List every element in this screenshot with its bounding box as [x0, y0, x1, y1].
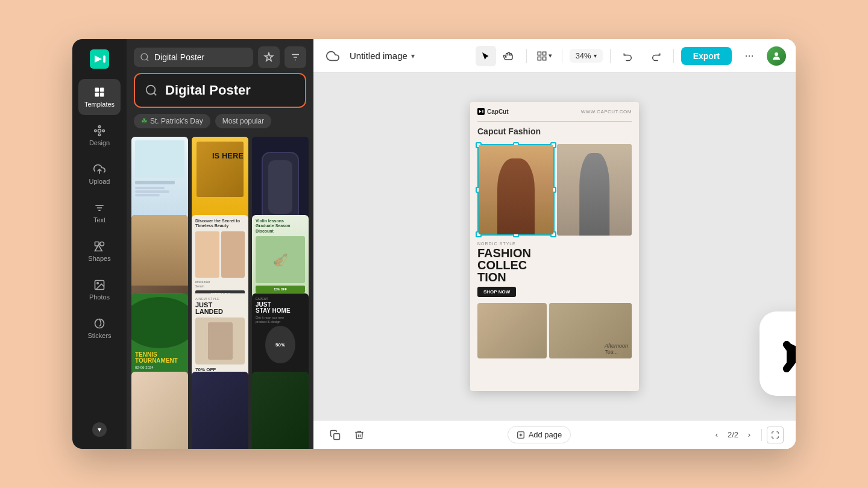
sidebar-item-shapes[interactable]: Shapes — [78, 233, 121, 269]
undo-icon — [623, 51, 634, 61]
svg-point-6 — [98, 130, 101, 133]
canvas-content: CapCut WWW.CAPCUT.COM Capcut Fashion — [470, 102, 639, 391]
export-button[interactable]: Export — [681, 47, 732, 65]
sidebar-item-templates[interactable]: Templates — [78, 79, 121, 115]
sidebar-item-text[interactable]: Text — [78, 195, 121, 231]
highlighted-search-text: Digital Poster — [165, 83, 251, 98]
sidebar-item-stickers-label: Stickers — [87, 332, 111, 339]
fullscreen-icon — [771, 431, 779, 439]
shapes-icon — [93, 240, 105, 252]
redo-btn[interactable] — [646, 46, 666, 66]
editor: Untitled image ▾ — [313, 39, 796, 449]
canvas-images-row — [470, 142, 639, 238]
duplicate-page-btn[interactable] — [326, 425, 345, 445]
app-logo[interactable] — [87, 46, 112, 72]
magic-search-btn[interactable] — [258, 46, 280, 68]
tool-group-select — [476, 46, 519, 66]
zoom-dropdown-icon: ▾ — [594, 52, 597, 59]
sidebar-collapse-btn[interactable]: ▾ — [92, 422, 107, 437]
search-box[interactable]: Digital Poster — [134, 48, 253, 67]
search-input-value: Digital Poster — [154, 52, 204, 62]
delete-page-btn[interactable] — [350, 425, 369, 445]
filter-btn[interactable] — [285, 46, 306, 68]
add-page-icon — [517, 431, 525, 439]
templates-icon — [93, 86, 105, 98]
canvas-bottom-section: NORDIC STYLE FASHIONCOLLECTION SHOP NOW — [470, 238, 639, 301]
pan-tool-btn[interactable] — [498, 46, 519, 66]
canvas-shop-btn[interactable]: SHOP NOW — [477, 287, 516, 297]
header-divider-2 — [562, 49, 562, 63]
template-card-extra1[interactable] — [131, 372, 188, 449]
svg-rect-31 — [482, 110, 483, 113]
layout-btn[interactable]: ▾ — [534, 46, 555, 66]
canvas-afternoon-tea-text: AfternoonTea... — [605, 343, 628, 355]
file-name-area[interactable]: Untitled image ▾ — [350, 51, 415, 61]
footer-center: Add page — [508, 426, 571, 443]
canvas-area: CapCut WWW.CAPCUT.COM Capcut Fashion — [313, 73, 796, 420]
design-icon — [93, 125, 105, 137]
svg-rect-3 — [100, 88, 104, 92]
svg-line-19 — [146, 59, 148, 61]
capcut-logo-large — [778, 330, 796, 378]
add-page-btn[interactable]: Add page — [508, 426, 571, 443]
footer-left — [326, 425, 369, 445]
more-options-btn[interactable]: ··· — [739, 46, 760, 66]
template-card-extra2[interactable] — [192, 372, 248, 449]
magic-icon — [263, 52, 274, 63]
header-divider-4 — [673, 49, 674, 63]
svg-point-10 — [102, 130, 104, 131]
layout-icon — [536, 51, 547, 61]
cloud-save-btn[interactable] — [323, 46, 342, 66]
sidebar: Templates Design Upload Te — [72, 39, 127, 449]
capcut-small-logo — [477, 108, 485, 115]
svg-rect-25 — [538, 52, 541, 55]
highlighted-search-box[interactable]: Digital Poster — [134, 73, 306, 108]
svg-rect-26 — [542, 52, 546, 55]
template-card-extra3[interactable] — [252, 372, 309, 449]
sidebar-item-design-label: Design — [89, 139, 110, 146]
user-icon — [771, 51, 782, 61]
svg-point-29 — [775, 52, 778, 56]
panel-search-row: Digital Poster — [127, 39, 313, 73]
zoom-selector[interactable]: 34% ▾ — [570, 49, 603, 63]
panel: Digital Poster Digital Poster — [127, 39, 313, 449]
svg-point-7 — [98, 126, 100, 128]
filter-tag-popular[interactable]: Most popular — [215, 114, 271, 128]
filter-tag-stpatricks-label: St. Patrick's Day — [150, 117, 203, 125]
text-icon — [93, 202, 105, 214]
cloud-icon — [326, 49, 339, 63]
sidebar-item-stickers[interactable]: Stickers — [78, 310, 121, 346]
canvas-main-title: FASHIONCOLLECTION — [477, 247, 632, 283]
filter-tag-stpatricks[interactable]: ☘ St. Patrick's Day — [134, 114, 210, 128]
stickers-icon — [93, 318, 105, 330]
filter-tags-row: ☘ St. Patrick's Day Most popular — [127, 114, 313, 134]
sidebar-item-photos[interactable]: Photos — [78, 272, 121, 308]
canvas-bottom-images: AfternoonTea... — [470, 301, 639, 361]
sidebar-item-upload[interactable]: Upload — [78, 156, 121, 192]
svg-rect-28 — [542, 57, 546, 60]
filter-tag-popular-label: Most popular — [222, 117, 264, 125]
canvas-selected-image[interactable] — [477, 144, 555, 236]
highlighted-search-icon — [145, 84, 158, 97]
select-tool-btn[interactable] — [476, 46, 496, 66]
cursor-icon — [480, 51, 491, 61]
duplicate-icon — [330, 430, 341, 440]
next-page-btn[interactable]: › — [742, 428, 756, 442]
prev-page-btn[interactable]: ‹ — [709, 428, 724, 442]
canvas-brand-title-text: Capcut Fashion — [477, 127, 541, 136]
user-avatar[interactable] — [767, 46, 786, 66]
fullscreen-btn[interactable] — [767, 427, 784, 443]
svg-rect-1 — [103, 55, 105, 63]
footer-right: ‹ 2/2 › — [709, 427, 784, 443]
canvas-title-area: Capcut Fashion — [470, 122, 639, 142]
file-name: Untitled image — [350, 51, 407, 61]
undo-btn[interactable] — [618, 46, 638, 66]
canvas-bottom-img1 — [477, 303, 547, 358]
zoom-level: 34% — [576, 51, 591, 60]
svg-line-24 — [154, 93, 156, 95]
editor-header: Untitled image ▾ — [313, 39, 796, 73]
sidebar-item-design[interactable]: Design — [78, 117, 121, 154]
templates-grid: IS HERE NEW COLLECTION New iPhone 14 Pro… — [127, 134, 313, 449]
footer-divider — [761, 429, 762, 441]
svg-rect-33 — [334, 433, 340, 439]
